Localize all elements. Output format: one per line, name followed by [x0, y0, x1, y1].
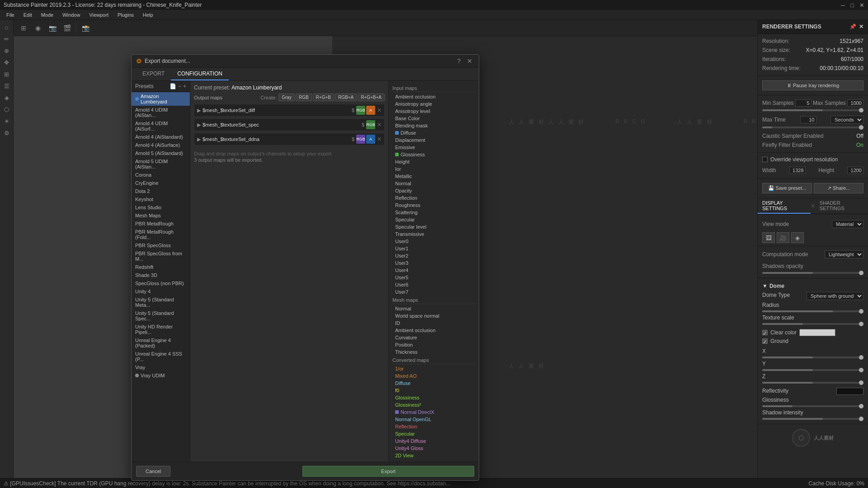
- create-rgb-btn[interactable]: RGB: [296, 94, 312, 101]
- input-map-specular-level[interactable]: Specular level: [392, 223, 475, 230]
- mesh-map-ao[interactable]: Ambient occlusion: [392, 327, 475, 334]
- input-map-specular[interactable]: Specular: [392, 216, 475, 223]
- map-delete-ddna[interactable]: ✕: [377, 136, 382, 142]
- map-dollar-icon-spec[interactable]: $: [362, 122, 364, 127]
- preset-item-arnold4-udim-surf[interactable]: Arnold 4 UDIM (AiSurf...: [132, 119, 190, 133]
- input-map-opacity[interactable]: Opacity: [392, 187, 475, 194]
- map-delete-spec[interactable]: ✕: [377, 122, 382, 128]
- preset-item-specgloss-nonpbr[interactable]: SpecGloss (non PBR): [132, 279, 190, 287]
- input-map-ior[interactable]: Ior: [392, 165, 475, 173]
- input-map-blending-mask[interactable]: Blending mask: [392, 122, 475, 129]
- preset-item-arnold4-udim-stan[interactable]: Arnold 4 UDIM (AiStan...: [132, 106, 190, 119]
- converted-map-reflection[interactable]: Reflection: [392, 423, 475, 430]
- map-expand-icon-ddna[interactable]: ▶: [197, 136, 201, 142]
- presets-plus-icon[interactable]: +: [183, 83, 186, 89]
- preset-item-arnold5-udim[interactable]: Arnold 5 UDIM (AiStan...: [132, 157, 190, 171]
- input-map-base-color[interactable]: Base Color: [392, 115, 475, 122]
- converted-map-unity4-diffuse[interactable]: Unity4 Diffuse: [392, 437, 475, 445]
- preset-item-vray[interactable]: Vray: [132, 363, 190, 371]
- input-map-displacement[interactable]: Displacement: [392, 136, 475, 144]
- map-swatch-a-ddna[interactable]: A: [366, 135, 375, 144]
- preset-item-unity4[interactable]: Unity 4: [132, 287, 190, 296]
- dialog-close-btn[interactable]: ✕: [465, 57, 474, 65]
- preset-item-pbr-specgloss-m[interactable]: PBR SpecGloss from M...: [132, 249, 190, 263]
- input-map-glossiness[interactable]: Glossiness: [392, 151, 475, 158]
- create-r+g+b-btn[interactable]: R+G+B: [313, 94, 334, 101]
- converted-map-f0[interactable]: f0: [392, 387, 475, 394]
- create-r+g+b+a-btn[interactable]: R+G+B+A: [358, 94, 385, 101]
- map-name-diff[interactable]: [203, 108, 350, 113]
- preset-item-pbr-metalrough[interactable]: PBR MetalRough: [132, 220, 190, 228]
- map-name-ddna[interactable]: [203, 136, 350, 142]
- map-delete-diff[interactable]: ✕: [377, 107, 382, 113]
- input-map-height[interactable]: Height: [392, 158, 475, 165]
- mesh-map-thickness[interactable]: Thickness: [392, 348, 475, 356]
- converted-map-normal-opengl[interactable]: Normal OpenGL: [392, 416, 475, 423]
- input-map-user3[interactable]: User3: [392, 259, 475, 267]
- input-map-anisotropy-level[interactable]: Anisotropy level: [392, 108, 475, 115]
- input-map-roughness[interactable]: Roughness: [392, 202, 475, 209]
- mesh-map-world-space-normal[interactable]: World space normal: [392, 312, 475, 319]
- preset-item-pbr-specgloss[interactable]: PBR SpecGloss: [132, 241, 190, 249]
- input-map-diffuse[interactable]: Diffuse: [392, 129, 475, 136]
- converted-map-normal-directx[interactable]: Normal DirectX: [392, 408, 475, 416]
- map-name-spec[interactable]: [203, 122, 360, 127]
- configuration-tab[interactable]: CONFIGURATION: [171, 68, 229, 80]
- preset-item-keyshot[interactable]: Keyshot: [132, 195, 190, 203]
- map-expand-icon-spec[interactable]: ▶: [197, 122, 201, 128]
- preset-item-ue4-packed[interactable]: Unreal Engine 4 (Packed): [132, 336, 190, 350]
- input-map-transmissive[interactable]: Transmissive: [392, 230, 475, 238]
- converted-map-2d-view[interactable]: 2D View: [392, 452, 475, 459]
- preset-item-arnold5-standard[interactable]: Arnold 5 (AiStandard): [132, 149, 190, 157]
- preset-item-arnold4-surface[interactable]: Arnold 4 (AiSurface): [132, 141, 190, 149]
- preset-item-dota2[interactable]: Dota 2: [132, 187, 190, 195]
- converted-map-specular[interactable]: Specular: [392, 430, 475, 437]
- map-swatch-a-diff[interactable]: A: [366, 106, 375, 115]
- preset-item-ue4-sss[interactable]: Unreal Engine 4 SSS (P...: [132, 350, 190, 363]
- input-map-metallic[interactable]: Metallic: [392, 173, 475, 180]
- map-swatch-rgb-diff[interactable]: RGB: [356, 106, 365, 115]
- converted-map-glossiness[interactable]: Glossiness: [392, 394, 475, 401]
- preset-item-unity5-meta[interactable]: Unity 5 (Standard Meta...: [132, 296, 190, 309]
- input-map-user5[interactable]: User5: [392, 274, 475, 281]
- preset-item-lens-studio[interactable]: Lens Studio: [132, 203, 190, 211]
- input-map-emissive[interactable]: Emissive: [392, 144, 475, 151]
- converted-map-glossiness2[interactable]: Glossiness²: [392, 401, 475, 408]
- input-map-user6[interactable]: User6: [392, 281, 475, 288]
- presets-minus-icon[interactable]: −: [178, 83, 181, 89]
- map-expand-icon[interactable]: ▶: [197, 108, 201, 113]
- preset-item-shade3d[interactable]: Shade 3D: [132, 271, 190, 279]
- map-swatch-rgb-spec[interactable]: RGB: [366, 120, 375, 129]
- preset-item-unity-hd[interactable]: Unity HD Render Pipeli...: [132, 323, 190, 336]
- input-map-user0[interactable]: User0: [392, 238, 475, 245]
- preset-item-vray-udim[interactable]: Vray UDIM: [132, 371, 190, 380]
- mesh-map-id[interactable]: ID: [392, 319, 475, 327]
- mesh-map-curvature[interactable]: Curvature: [392, 334, 475, 341]
- preset-item-corona[interactable]: Corona: [132, 171, 190, 179]
- map-dollar-icon-ddna[interactable]: $: [352, 136, 354, 142]
- input-map-user2[interactable]: User2: [392, 252, 475, 259]
- preset-item-redshift[interactable]: Redshift: [132, 263, 190, 271]
- preset-item-mesh-maps[interactable]: Mesh Maps: [132, 211, 190, 220]
- preset-item-pbr-metalrough-fold[interactable]: PBR MetalRough (Fold...: [132, 228, 190, 241]
- input-map-anisotropy-angle[interactable]: Anisotropy angle: [392, 100, 475, 108]
- cancel-btn[interactable]: Cancel: [136, 466, 170, 477]
- map-swatch-rgb-ddna[interactable]: RGB: [356, 135, 365, 144]
- input-map-user4[interactable]: User4: [392, 267, 475, 274]
- input-map-scattering[interactable]: Scattering: [392, 209, 475, 216]
- map-dollar-icon[interactable]: $: [352, 108, 354, 113]
- preset-item-arnold4-standard[interactable]: Arnold 4 (AiStandard): [132, 133, 190, 141]
- create-gray-btn[interactable]: Gray: [278, 94, 295, 101]
- presets-doc-icon[interactable]: 📄: [170, 83, 176, 89]
- input-map-reflection[interactable]: Reflection: [392, 194, 475, 202]
- export-tab[interactable]: EXPORT: [136, 68, 171, 80]
- create-rgba-btn[interactable]: RGB+A: [335, 94, 357, 101]
- preset-item-unity5-spec[interactable]: Unity 5 (Standard Spec...: [132, 309, 190, 323]
- preset-item-amazon[interactable]: Amazon Lumberyard: [132, 92, 190, 106]
- converted-map-1or[interactable]: 1/or: [392, 365, 475, 372]
- input-map-user7[interactable]: User7: [392, 288, 475, 296]
- export-btn[interactable]: Export: [302, 466, 474, 477]
- input-map-normal[interactable]: Normal: [392, 180, 475, 187]
- mesh-map-position[interactable]: Position: [392, 341, 475, 348]
- preset-item-cryengine[interactable]: CryEngine: [132, 179, 190, 187]
